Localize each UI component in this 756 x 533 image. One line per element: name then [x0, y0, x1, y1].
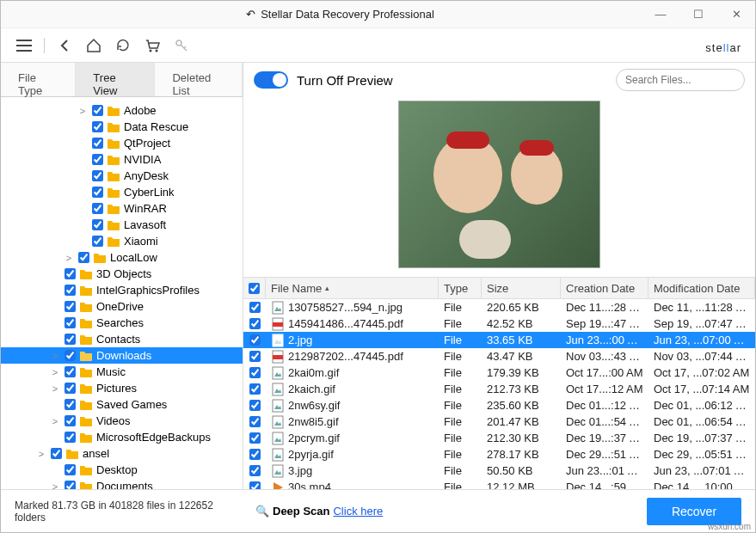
- file-row[interactable]: 2nw6sy.gifFile235.60 KBDec 01...:12 AMDe…: [243, 397, 755, 414]
- tree-checkbox[interactable]: [92, 187, 103, 198]
- row-checkbox[interactable]: [249, 351, 261, 362]
- close-button[interactable]: ✕: [717, 1, 755, 28]
- tree-checkbox[interactable]: [92, 121, 103, 132]
- row-checkbox[interactable]: [249, 432, 261, 444]
- col-file-name[interactable]: File Name ▴: [266, 278, 439, 298]
- file-row[interactable]: 2kai0m.gifFile179.39 KBOct 17...:00 AMOc…: [243, 365, 755, 381]
- row-checkbox[interactable]: [249, 334, 261, 346]
- file-row[interactable]: 2.jpgFile33.65 KBJun 23...:00 AMJun 23, …: [243, 332, 755, 348]
- row-checkbox[interactable]: [249, 383, 261, 395]
- tree-item[interactable]: >Documents: [1, 478, 243, 489]
- col-type[interactable]: Type: [439, 278, 482, 298]
- refresh-icon[interactable]: [110, 33, 136, 58]
- row-checkbox[interactable]: [249, 302, 261, 313]
- file-row[interactable]: 2pcrym.gifFile212.30 KBDec 19...:37 AMDe…: [243, 430, 755, 446]
- row-checkbox[interactable]: [249, 367, 261, 378]
- tree-checkbox[interactable]: [65, 301, 76, 312]
- file-row[interactable]: 145941486...47445.pdfFile42.52 KBSep 19.…: [243, 316, 755, 332]
- file-row[interactable]: 130758527...594_n.jpgFile220.65 KBDec 11…: [243, 299, 755, 316]
- row-checkbox[interactable]: [249, 449, 261, 460]
- file-row[interactable]: 3.jpgFile50.50 KBJun 23...:01 AMJun 23, …: [243, 463, 755, 479]
- file-row[interactable]: 2nw8i5.gifFile201.47 KBDec 01...:54 AMDe…: [243, 414, 755, 430]
- expand-icon[interactable]: >: [49, 383, 61, 394]
- tree-item[interactable]: NVIDIA: [1, 151, 243, 168]
- file-row[interactable]: 30s.mp4File12.12 MBDec 14...:59 AMDec 14…: [243, 479, 755, 489]
- tree-item[interactable]: >ansel: [1, 445, 243, 462]
- tree-checkbox[interactable]: [65, 432, 76, 443]
- tree-checkbox[interactable]: [65, 285, 76, 296]
- tree-item[interactable]: AnyDesk: [1, 168, 243, 184]
- tab-deleted-list[interactable]: Deleted List: [155, 63, 243, 96]
- row-checkbox[interactable]: [249, 400, 261, 411]
- search-input[interactable]: [625, 74, 754, 86]
- tree-checkbox[interactable]: [65, 350, 76, 361]
- tree-item[interactable]: WinRAR: [1, 200, 243, 217]
- deep-scan-link[interactable]: Click here: [333, 505, 383, 518]
- tree-item[interactable]: Saved Games: [1, 396, 243, 413]
- maximize-button[interactable]: ☐: [679, 1, 717, 28]
- col-size[interactable]: Size: [482, 278, 561, 298]
- tree-checkbox[interactable]: [51, 448, 62, 459]
- back-icon[interactable]: [52, 33, 77, 58]
- tree-item[interactable]: IntelGraphicsProfiles: [1, 282, 243, 298]
- col-modification-date[interactable]: Modification Date: [648, 278, 755, 298]
- col-creation-date[interactable]: Creation Date: [561, 278, 648, 298]
- expand-icon[interactable]: >: [49, 351, 61, 361]
- tree-item[interactable]: Xiaomi: [1, 233, 243, 249]
- tree-checkbox[interactable]: [92, 105, 103, 116]
- tree-checkbox[interactable]: [65, 415, 76, 426]
- file-grid[interactable]: 130758527...594_n.jpgFile220.65 KBDec 11…: [243, 299, 755, 489]
- key-icon[interactable]: [169, 33, 194, 58]
- tree-checkbox[interactable]: [65, 399, 76, 410]
- tree-item[interactable]: >Adobe: [1, 102, 243, 119]
- menu-icon[interactable]: [11, 33, 37, 58]
- expand-icon[interactable]: >: [35, 449, 47, 459]
- tab-tree-view[interactable]: Tree View: [76, 63, 155, 96]
- tree-checkbox[interactable]: [65, 317, 76, 328]
- tree-item[interactable]: Desktop: [1, 462, 243, 478]
- row-checkbox[interactable]: [249, 416, 261, 427]
- tree-item[interactable]: Searches: [1, 315, 243, 331]
- preview-toggle[interactable]: [254, 71, 288, 89]
- expand-icon[interactable]: >: [77, 106, 89, 116]
- tree-item[interactable]: >Music: [1, 364, 243, 380]
- tree-item[interactable]: Contacts: [1, 331, 243, 347]
- tree-item[interactable]: OneDrive: [1, 298, 243, 315]
- tree-checkbox[interactable]: [92, 236, 103, 247]
- tree-checkbox[interactable]: [65, 383, 76, 394]
- folder-tree[interactable]: >AdobeData RescueQtProjectNVIDIAAnyDeskC…: [1, 97, 243, 489]
- tree-item[interactable]: >LocalLow: [1, 249, 243, 266]
- tree-item[interactable]: QtProject: [1, 135, 243, 151]
- tree-checkbox[interactable]: [92, 219, 103, 230]
- recover-button[interactable]: Recover: [647, 498, 741, 525]
- tree-checkbox[interactable]: [65, 464, 76, 475]
- file-row[interactable]: 2pyrja.gifFile278.17 KBDec 29...:51 AMDe…: [243, 446, 755, 463]
- tree-item[interactable]: Lavasoft: [1, 217, 243, 233]
- tree-checkbox[interactable]: [65, 481, 76, 489]
- search-box[interactable]: 🔍: [616, 69, 745, 91]
- tree-checkbox[interactable]: [92, 138, 103, 149]
- tree-checkbox[interactable]: [65, 334, 76, 345]
- expand-icon[interactable]: >: [49, 416, 61, 426]
- home-icon[interactable]: [81, 33, 107, 58]
- expand-icon[interactable]: >: [63, 253, 75, 263]
- row-checkbox[interactable]: [249, 318, 261, 329]
- cart-icon[interactable]: [139, 33, 165, 58]
- expand-icon[interactable]: >: [49, 481, 61, 490]
- tree-checkbox[interactable]: [78, 252, 89, 263]
- select-all-checkbox[interactable]: [249, 283, 260, 294]
- tree-item[interactable]: >Videos: [1, 413, 243, 429]
- tree-item[interactable]: MicrosoftEdgeBackups: [1, 429, 243, 445]
- tree-checkbox[interactable]: [92, 154, 103, 165]
- tab-file-type[interactable]: File Type: [1, 63, 76, 96]
- tree-item[interactable]: Data Rescue: [1, 119, 243, 135]
- tree-item[interactable]: >Pictures: [1, 380, 243, 396]
- row-checkbox[interactable]: [249, 481, 261, 489]
- tree-checkbox[interactable]: [92, 170, 103, 181]
- expand-icon[interactable]: >: [49, 367, 61, 377]
- tree-item[interactable]: >Downloads: [1, 347, 243, 364]
- minimize-button[interactable]: —: [642, 1, 679, 28]
- tree-checkbox[interactable]: [92, 203, 103, 214]
- row-checkbox[interactable]: [249, 465, 261, 476]
- file-row[interactable]: 2kaich.gifFile212.73 KBOct 17...:12 AMOc…: [243, 381, 755, 397]
